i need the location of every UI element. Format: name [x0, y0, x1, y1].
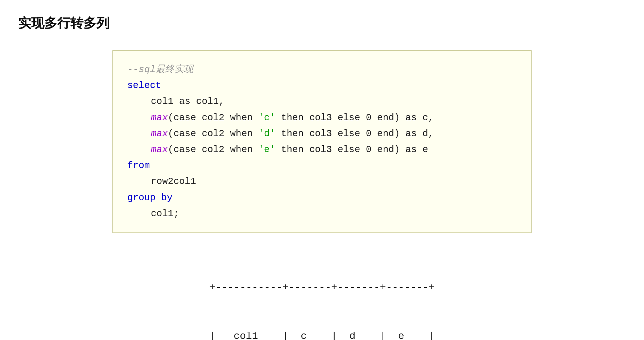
- keyword-from: from: [127, 160, 150, 171]
- ascii-table: +-----------+-------+-------+-------+ | …: [209, 247, 435, 340]
- code-groupby-col: col1;: [151, 208, 179, 219]
- code-block: --sql最终实现 select col1 as col1, max(case …: [112, 50, 532, 233]
- string-e: 'e': [258, 144, 275, 155]
- table-header-row: | col1 | c | d | e |: [209, 328, 435, 340]
- func-max-c: max: [151, 112, 168, 123]
- table-border-top: +-----------+-------+-------+-------+: [209, 280, 435, 296]
- code-line-groupby: group by: [127, 190, 517, 206]
- code-line-table: row2col1: [127, 173, 517, 189]
- keyword-groupby: group by: [127, 192, 173, 203]
- code-case-c2: then col3 else 0 end) as c,: [275, 112, 434, 123]
- code-line-comment: --sql最终实现: [127, 62, 517, 77]
- code-line-max-c: max(case col2 when 'c' then col3 else 0 …: [127, 110, 517, 126]
- code-comment: --sql最终实现: [127, 64, 193, 75]
- string-c: 'c': [258, 112, 275, 123]
- code-case-e1: (case col2 when: [168, 144, 259, 155]
- page-title: 实现多行转多列: [18, 14, 626, 32]
- code-line-from: from: [127, 158, 517, 173]
- code-line-max-e: max(case col2 when 'e' then col3 else 0 …: [127, 142, 517, 158]
- code-line-col1-groupby: col1;: [127, 206, 517, 222]
- code-tablename: row2col1: [151, 176, 196, 187]
- string-d: 'd': [258, 128, 275, 139]
- code-line-max-d: max(case col2 when 'd' then col3 else 0 …: [127, 126, 517, 142]
- keyword-select: select: [127, 80, 161, 91]
- code-line-select: select: [127, 77, 517, 93]
- code-case-d2: then col3 else 0 end) as d,: [275, 128, 434, 139]
- code-col1: col1 as col1,: [151, 96, 224, 107]
- code-case-c1: (case col2 when: [168, 112, 259, 123]
- func-max-e: max: [151, 144, 168, 155]
- code-case-d1: (case col2 when: [168, 128, 259, 139]
- func-max-d: max: [151, 128, 168, 139]
- code-line-col1: col1 as col1,: [127, 93, 517, 109]
- code-case-e2: then col3 else 0 end) as e: [275, 144, 428, 155]
- table-wrapper: +-----------+-------+-------+-------+ | …: [18, 247, 626, 340]
